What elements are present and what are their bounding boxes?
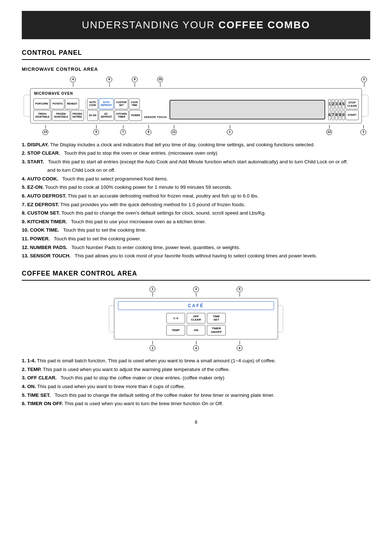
- start-btn[interactable]: START: [346, 110, 359, 120]
- callout-10: 10: [157, 77, 163, 82]
- cf-btn-temp[interactable]: TEMP: [166, 325, 185, 335]
- btn-kitchen-timer[interactable]: KITCHENTIMER: [115, 110, 129, 121]
- cf-left-curve: [109, 305, 114, 333]
- btn-auto-cook[interactable]: AUTOCOOK: [87, 98, 98, 109]
- cf-callout-2: 2: [150, 345, 155, 351]
- microwave-area-title: Microwave Control Area: [22, 66, 370, 73]
- page-number: 8: [22, 419, 370, 426]
- cf-desc-1: 1. 1-4. This pad is small batch function…: [22, 357, 370, 365]
- num-9[interactable]: 9: [339, 110, 342, 120]
- microwave-panel: MICROWAVE OVEN POPCORN POTATO REHEAT FRE…: [30, 88, 362, 123]
- desc-11: 11. POWER. Touch this pad to set the coo…: [22, 235, 370, 243]
- btn-ez-defrost[interactable]: EZ-DEFROST: [99, 110, 114, 121]
- cf-btn-timer-onoff[interactable]: TIMERON/OFF: [207, 325, 226, 335]
- callout-6: 6: [106, 77, 112, 82]
- btn-potato[interactable]: POTATO: [50, 98, 64, 109]
- callout-7: 7: [120, 129, 126, 135]
- desc-2: 2. STOP CLEAR. Touch this pad to stop th…: [22, 149, 370, 157]
- header-bold: Coffee Combo: [219, 19, 310, 30]
- mw-left-curve: [24, 95, 30, 117]
- cf-desc-4: 4. ON. This pad is used when you want to…: [22, 383, 370, 391]
- desc-8: 8. CUSTOM SET. Touch this pad to change …: [22, 209, 370, 217]
- btn-ez-on[interactable]: EZ-ON: [87, 110, 98, 121]
- desc-9: 9. KITCHEN TIMER. Touch this pad to use …: [22, 218, 370, 226]
- desc-4: and to turn Child Lock on or off.: [22, 166, 370, 174]
- num-8[interactable]: 8: [335, 110, 338, 120]
- cf-callout-3: 3: [193, 286, 199, 292]
- cf-desc-3: 3. OFF CLEAR. Touch this pad to stop the…: [22, 374, 370, 382]
- stop-clear-btn[interactable]: STOPCLEAR: [346, 99, 359, 109]
- sensor-touch-label: SENSOR TOUCH: [144, 115, 167, 119]
- cf-callout-5: 5: [237, 286, 242, 292]
- btn-frozen-veg[interactable]: FROZENVEGETABLE: [52, 110, 70, 121]
- desc-13: 13. SENSOR TOUCH. This pad allows you to…: [22, 252, 370, 260]
- cf-btn-time-set[interactable]: TIMESET: [207, 313, 226, 323]
- cf-callout-6: 6: [237, 345, 242, 351]
- btn-custom-set[interactable]: CUSTOMSET: [114, 98, 128, 109]
- desc-3: 3. START. Touch this pad to start all en…: [22, 158, 370, 166]
- cf-desc-6: 6. TIMER ON OFF. This pad is used when y…: [22, 400, 370, 408]
- num-1[interactable]: 1: [328, 99, 331, 109]
- num-5[interactable]: 5: [342, 99, 345, 109]
- cf-right-curve: [278, 305, 283, 333]
- cf-btn-on[interactable]: ON: [187, 325, 205, 335]
- callout-8: 8: [132, 77, 138, 82]
- callout-11: 11: [171, 129, 177, 135]
- callout-9: 9: [146, 129, 151, 135]
- coffee-panel-title: CAFÉ: [118, 301, 274, 310]
- callout-12: 12: [326, 129, 332, 135]
- desc-5: 5. EZ-ON. Touch this pad to cook at 100%…: [22, 183, 370, 191]
- btn-fresh-veg[interactable]: FRESHVEGETABLE: [33, 110, 51, 121]
- callout-5: 5: [93, 129, 99, 135]
- callout-13: 13: [42, 129, 48, 135]
- microwave-descriptions: 1. DISPLAY. The Display includes a clock…: [22, 141, 370, 260]
- mw-right-curve: [362, 95, 368, 117]
- btn-auto-defrost[interactable]: AUTODEFROST: [99, 98, 114, 109]
- section2-title: Coffee Maker Control Area: [22, 269, 370, 281]
- btn-popcorn[interactable]: POPCORN: [33, 98, 50, 109]
- desc-7: 7. EZ DEFROST. This pad provides you wit…: [22, 201, 370, 209]
- num-2[interactable]: 2: [332, 99, 335, 109]
- coffee-panel: CAFÉ 1–4 OFFCLEAR TIMESET TEMP ON TIMERO…: [114, 298, 278, 339]
- desc-12: 12. NUMBER PADS. Touch Number Pads to en…: [22, 244, 370, 252]
- callout-2: 2: [361, 77, 367, 82]
- num-3[interactable]: 3: [335, 99, 338, 109]
- desc-4b: 4. AUTO COOK. Touch this pad to select p…: [22, 175, 370, 183]
- coffee-diagram: 1 3 5 CAFÉ 1–4 OFFCLEAR TIMESET TEMP ON …: [109, 286, 283, 351]
- btn-cook-time[interactable]: COOKTIME: [129, 98, 140, 109]
- cf-desc-5: 5. TIME SET. Touch this pad to change th…: [22, 391, 370, 399]
- cf-btn-1-4[interactable]: 1–4: [166, 313, 185, 323]
- num-4[interactable]: 4: [339, 99, 342, 109]
- desc-6: 6. AUTO DEFROST. This pad is an accurate…: [22, 192, 370, 200]
- num-6[interactable]: 6: [328, 110, 331, 120]
- desc-1: 1. DISPLAY. The Display includes a clock…: [22, 141, 370, 149]
- microwave-diagram: 4 6 8 10 2 MICROWAVE OVEN: [24, 77, 368, 135]
- coffee-descriptions: 1. 1-4. This pad is small batch function…: [22, 357, 370, 408]
- num-0[interactable]: 0: [342, 110, 345, 120]
- display-area: [170, 100, 325, 119]
- btn-frozen-entree[interactable]: FROZENENTREE: [71, 110, 84, 121]
- btn-reheat[interactable]: REHEAT: [65, 98, 79, 109]
- num-7[interactable]: 7: [332, 110, 335, 120]
- btn-power[interactable]: POWER: [129, 110, 142, 121]
- callout-1: 1: [227, 129, 233, 135]
- desc-10: 10. COOK TIME. Touch this pad to set the…: [22, 226, 370, 234]
- cf-callout-1: 1: [150, 286, 155, 292]
- mw-panel-title: MICROWAVE OVEN: [33, 91, 359, 96]
- section1-title: Control Panel: [22, 48, 370, 60]
- cf-btn-off-clear[interactable]: OFFCLEAR: [187, 313, 205, 323]
- page-header: Understanding Your Coffee Combo: [22, 11, 370, 39]
- header-light: Understanding Your: [82, 19, 219, 30]
- callout-3: 3: [360, 129, 366, 135]
- cf-callout-4: 4: [193, 345, 199, 351]
- cf-desc-2: 2. TEMP. This pad is used when you want …: [22, 366, 370, 374]
- callout-4: 4: [70, 77, 76, 82]
